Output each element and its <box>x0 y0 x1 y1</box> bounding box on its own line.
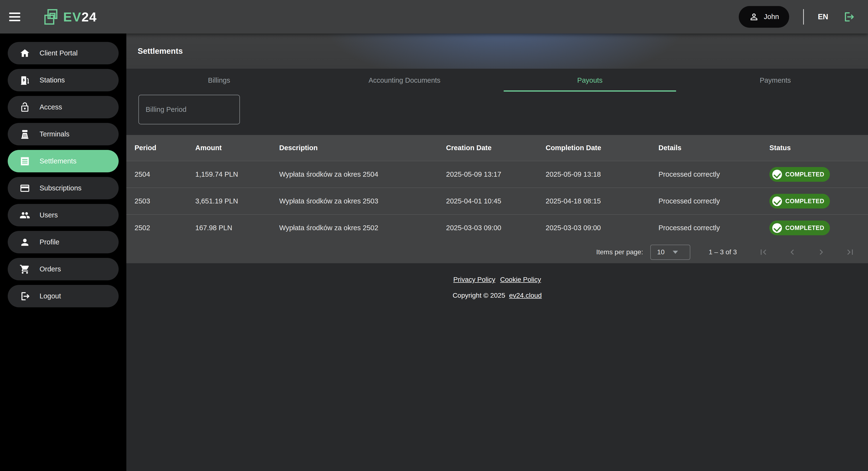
dropdown-arrow-icon <box>673 251 678 254</box>
col-creation-date: Creation Date <box>438 144 537 152</box>
tab-accounting-documents[interactable]: Accounting Documents <box>312 69 497 92</box>
check-icon <box>772 170 782 179</box>
cookie-policy-link[interactable]: Cookie Policy <box>500 276 541 283</box>
user-avatar-icon <box>749 12 759 22</box>
main-content: Settlements Billings Accounting Document… <box>126 33 868 471</box>
hamburger-menu-icon[interactable] <box>9 12 20 21</box>
status-badge: COMPLETED <box>769 194 830 209</box>
table-row: 2502 167.98 PLN Wypłata środków za okres… <box>126 214 868 241</box>
ev-station-icon <box>19 75 30 86</box>
user-menu-button[interactable]: John <box>739 6 789 28</box>
app-logo[interactable]: EV24 <box>43 8 97 26</box>
table-row: 2503 3,651.19 PLN Wypłata środków za okr… <box>126 188 868 214</box>
receipt-icon <box>19 156 30 167</box>
sidebar-item-subscriptions[interactable]: Subscriptions <box>8 177 119 199</box>
logo-text: EV24 <box>63 9 97 24</box>
copyright-text: Copyright © 2025 <box>453 292 505 300</box>
filter-band <box>126 92 868 135</box>
logout-icon[interactable] <box>843 11 855 23</box>
next-page-icon[interactable] <box>815 246 827 258</box>
logout-icon <box>19 291 30 302</box>
sidebar-item-access[interactable]: Access <box>8 96 119 118</box>
privacy-policy-link[interactable]: Privacy Policy <box>453 276 495 283</box>
billing-period-input[interactable] <box>146 105 240 114</box>
person-icon <box>19 237 30 248</box>
paginator-nav <box>757 246 856 258</box>
check-icon <box>772 196 782 206</box>
items-per-page-label: Items per page: <box>596 248 643 256</box>
logo-mark-icon <box>43 8 58 26</box>
status-badge: COMPLETED <box>769 221 830 235</box>
billing-period-field[interactable] <box>138 95 240 124</box>
col-period: Period <box>126 144 187 152</box>
payouts-table: Period Amount Description Creation Date … <box>126 135 868 263</box>
topbar-divider <box>803 9 804 25</box>
home-icon <box>19 48 30 59</box>
page-range-label: 1 – 3 of 3 <box>709 248 737 256</box>
page-header: Settlements <box>126 33 868 69</box>
prev-page-icon[interactable] <box>786 246 798 258</box>
tab-billings[interactable]: Billings <box>126 69 312 92</box>
lock-open-icon <box>19 102 30 113</box>
user-name: John <box>764 13 779 21</box>
sidebar-item-terminals[interactable]: Terminals <box>8 123 119 145</box>
tab-bar: Billings Accounting Documents Payouts Pa… <box>126 69 868 92</box>
tab-payouts[interactable]: Payouts <box>497 69 683 92</box>
sidebar-item-logout[interactable]: Logout <box>8 285 119 307</box>
sidebar-item-stations[interactable]: Stations <box>8 69 119 91</box>
users-icon <box>19 210 30 221</box>
page-size-value: 10 <box>657 248 664 256</box>
page-title: Settlements <box>138 46 183 56</box>
tab-payments[interactable]: Payments <box>683 69 868 92</box>
footer: Privacy Policy Cookie Policy Copyright ©… <box>126 276 868 300</box>
table-header-row: Period Amount Description Creation Date … <box>126 135 868 161</box>
credit-card-icon <box>19 183 30 194</box>
col-amount: Amount <box>187 144 271 152</box>
sidebar-item-profile[interactable]: Profile <box>8 231 119 253</box>
terminal-icon <box>19 129 30 140</box>
sidebar-item-settlements[interactable]: Settlements <box>8 150 119 172</box>
col-description: Description <box>271 144 438 152</box>
top-bar: EV24 John EN <box>0 0 868 33</box>
sidebar-item-client-portal[interactable]: Client Portal <box>8 42 119 64</box>
domain-link[interactable]: ev24.cloud <box>509 292 541 300</box>
sidebar: Client Portal Stations Access <box>0 33 126 471</box>
col-status: Status <box>761 144 868 152</box>
last-page-icon[interactable] <box>844 246 856 258</box>
table-row: 2504 1,159.74 PLN Wypłata środków za okr… <box>126 161 868 188</box>
status-badge: COMPLETED <box>769 167 830 182</box>
sidebar-item-orders[interactable]: Orders <box>8 258 119 280</box>
paginator: Items per page: 10 1 – 3 of 3 <box>126 241 868 263</box>
first-page-icon[interactable] <box>757 246 769 258</box>
col-completion-date: Completion Date <box>537 144 650 152</box>
language-selector[interactable]: EN <box>818 12 828 21</box>
check-icon <box>772 223 782 233</box>
col-details: Details <box>650 144 761 152</box>
page-size-select[interactable]: 10 <box>650 245 690 260</box>
cart-icon <box>19 264 30 275</box>
sidebar-item-users[interactable]: Users <box>8 204 119 226</box>
